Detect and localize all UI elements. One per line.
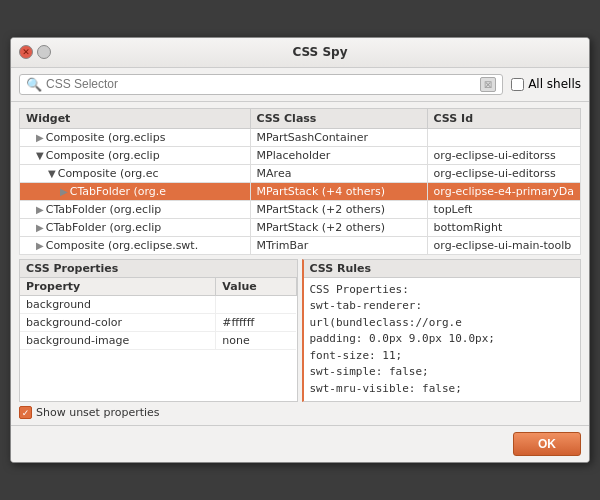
property-row: background-color #ffffff <box>20 313 296 331</box>
css-class-cell: MPartStack (+4 others) <box>250 182 427 200</box>
bottom-section: CSS Properties Property Value background… <box>19 259 581 403</box>
search-clear-button[interactable]: ⊠ <box>480 77 496 92</box>
css-id-cell: org-eclipse-ui-editorss <box>427 146 580 164</box>
css-class-cell: MTrimBar <box>250 236 427 254</box>
col-widget-header: Widget <box>20 108 251 128</box>
table-row[interactable]: ▶CTabFolder (org.eclip MPartStack (+2 ot… <box>20 200 581 218</box>
widget-cell: ▶CTabFolder (org.eclip <box>20 218 251 236</box>
css-class-cell: MPartStack (+2 others) <box>250 200 427 218</box>
css-class-cell: MArea <box>250 164 427 182</box>
widget-cell: ▶Composite (org.eclipse.swt. <box>20 236 251 254</box>
table-row[interactable]: ▶CTabFolder (org.eclip MPartStack (+2 ot… <box>20 218 581 236</box>
window-title: CSS Spy <box>59 45 581 59</box>
widget-cell: ▶CTabFolder (org.e <box>20 182 251 200</box>
toolbar: 🔍 ⊠ All shells <box>11 68 589 102</box>
property-value-cell: none <box>216 331 296 349</box>
property-row: background <box>20 295 296 313</box>
widget-tree-table: Widget CSS Class CSS Id ▶Composite (org.… <box>19 108 581 255</box>
collapsed-arrow-icon: ▶ <box>36 204 44 215</box>
prop-col-value: Value <box>216 278 296 296</box>
css-class-cell: MPartStack (+2 others) <box>250 218 427 236</box>
css-properties-header: CSS Properties <box>20 260 297 278</box>
title-bar: ✕ CSS Spy <box>11 38 589 68</box>
css-properties-panel: CSS Properties Property Value background… <box>19 259 298 403</box>
col-class-header: CSS Class <box>250 108 427 128</box>
css-id-cell: org-eclipse-e4-primaryDa <box>427 182 580 200</box>
window-controls: ✕ <box>19 45 51 59</box>
property-row: background-image none <box>20 331 296 349</box>
property-value-cell: #ffffff <box>216 313 296 331</box>
property-name-cell: background-image <box>20 331 216 349</box>
css-rules-header: CSS Rules <box>304 260 581 278</box>
collapsed-arrow-icon: ▶ <box>36 222 44 233</box>
show-unset-checkbox-custom[interactable]: ✓ <box>19 406 32 419</box>
property-name-cell: background-color <box>20 313 216 331</box>
minimize-button[interactable] <box>37 45 51 59</box>
main-window: ✕ CSS Spy 🔍 ⊠ All shells Widget CSS Clas… <box>10 37 590 464</box>
css-id-cell: org-eclipse-ui-editorss <box>427 164 580 182</box>
expanded-arrow-icon: ▼ <box>36 150 44 161</box>
css-rules-content: CSS Properties:swt-tab-renderer: url(bun… <box>304 278 581 402</box>
ok-button[interactable]: OK <box>513 432 581 456</box>
prop-col-property: Property <box>20 278 216 296</box>
search-input[interactable] <box>46 77 476 91</box>
property-name-cell: background <box>20 295 216 313</box>
css-id-cell: topLeft <box>427 200 580 218</box>
css-rules-panel: CSS Rules CSS Properties:swt-tab-rendere… <box>302 259 582 403</box>
widget-cell: ▼Composite (org.ec <box>20 164 251 182</box>
table-row[interactable]: ▶Composite (org.eclips MPartSashContaine… <box>20 128 581 146</box>
show-unset-label: Show unset properties <box>36 406 160 419</box>
widget-cell: ▼Composite (org.eclip <box>20 146 251 164</box>
expanded-arrow-icon: ▼ <box>48 168 56 179</box>
table-row[interactable]: ▶CTabFolder (org.e MPartStack (+4 others… <box>20 182 581 200</box>
main-content: Widget CSS Class CSS Id ▶Composite (org.… <box>11 102 589 426</box>
css-id-cell: bottomRight <box>427 218 580 236</box>
search-icon: 🔍 <box>26 77 42 92</box>
widget-cell: ▶Composite (org.eclips <box>20 128 251 146</box>
close-button[interactable]: ✕ <box>19 45 33 59</box>
css-id-cell: org-eclipse-ui-main-toolb <box>427 236 580 254</box>
search-container: 🔍 ⊠ <box>19 74 503 95</box>
show-unset-container: ✓ Show unset properties <box>19 406 581 419</box>
collapsed-arrow-icon: ▶ <box>60 186 68 197</box>
css-properties-table: Property Value background background-col… <box>20 278 297 350</box>
all-shells-container: All shells <box>511 77 581 91</box>
css-class-cell: MPlaceholder <box>250 146 427 164</box>
collapsed-arrow-icon: ▶ <box>36 240 44 251</box>
table-row[interactable]: ▼Composite (org.eclip MPlaceholder org-e… <box>20 146 581 164</box>
col-id-header: CSS Id <box>427 108 580 128</box>
all-shells-checkbox[interactable] <box>511 78 524 91</box>
all-shells-label: All shells <box>528 77 581 91</box>
table-row[interactable]: ▶Composite (org.eclipse.swt. MTrimBar or… <box>20 236 581 254</box>
table-row[interactable]: ▼Composite (org.ec MArea org-eclipse-ui-… <box>20 164 581 182</box>
footer: OK <box>11 425 589 462</box>
css-class-cell: MPartSashContainer <box>250 128 427 146</box>
property-value-cell <box>216 295 296 313</box>
css-id-cell <box>427 128 580 146</box>
collapsed-arrow-icon: ▶ <box>36 132 44 143</box>
widget-cell: ▶CTabFolder (org.eclip <box>20 200 251 218</box>
